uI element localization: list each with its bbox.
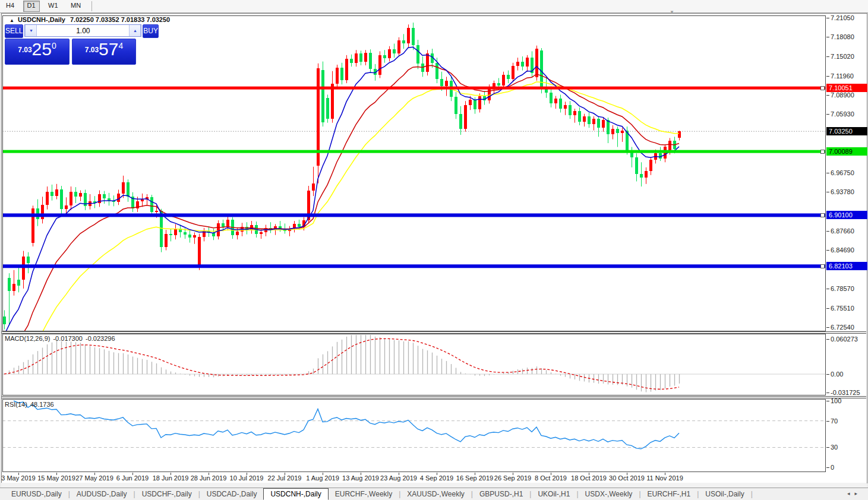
tab-audusd-daily[interactable]: AUDUSD-,Daily <box>70 488 134 499</box>
price-axis-tick-label: 7.05930 <box>831 110 854 118</box>
rsi-axis-tick <box>826 401 829 401</box>
macd-axis-tick <box>826 339 829 340</box>
tab-scroll-left-icon[interactable]: ◂ <box>847 490 855 496</box>
hline-handle[interactable] <box>820 150 825 154</box>
price-axis-tick <box>826 308 829 309</box>
macd-axis-tick-label: 0.00 <box>831 371 843 378</box>
macd-axis-tick-label: -0.031725 <box>831 389 860 396</box>
tab-eurchf-weekly[interactable]: EURCHF-,Weekly <box>329 488 399 499</box>
macd-label: MACD(12,26,9)-0.017300-0.023296 <box>5 335 118 342</box>
price-axis-tick <box>826 114 829 115</box>
rsi-indicator-pane[interactable] <box>2 399 826 472</box>
timeframe-button-h4[interactable]: H4 <box>2 1 18 12</box>
price-axis-tick-label: 7.21050 <box>831 14 854 21</box>
rsi-pane-separator[interactable] <box>2 396 866 398</box>
price-axis-tick-label: 6.84690 <box>831 246 854 254</box>
timeframe-button-w1[interactable]: W1 <box>44 1 62 12</box>
macd-signal-value: -0.023296 <box>86 335 115 342</box>
price-axis-tick-label: 6.78570 <box>831 285 854 292</box>
current-price-badge: 7.03250 <box>826 127 867 135</box>
price-axis-tick <box>826 95 829 96</box>
rsi-axis-tick-label: 0 <box>831 464 834 471</box>
macd-name: MACD(12,26,9) <box>5 335 50 342</box>
price-axis-tick-label: 7.18080 <box>831 33 854 40</box>
toolbar-separator <box>91 1 92 11</box>
price-axis-tick <box>826 250 829 251</box>
timeframe-toolbar: H4 D1 W1 MN <box>0 0 868 13</box>
price-axis-tick-label: 6.72540 <box>831 324 854 331</box>
price-axis-tick <box>826 327 829 328</box>
timeframe-button-d1[interactable]: D1 <box>23 1 40 12</box>
price-axis-tick-label: 7.08900 <box>831 91 854 99</box>
macd-indicator-pane[interactable] <box>2 334 826 395</box>
tab-usdcad-daily[interactable]: USDCAD-,Daily <box>200 488 264 499</box>
rsi-axis-tick-label: 70 <box>831 417 838 425</box>
tab-scroll-arrows: ◂▸ <box>847 490 862 496</box>
hline-price-badge: 7.00089 <box>826 147 867 156</box>
hline-price-badge: 7.10051 <box>826 84 867 92</box>
tab-scroll-right-icon[interactable]: ▸ <box>854 490 862 496</box>
rsi-value: 48.1736 <box>30 401 54 408</box>
macd-axis-tick-label: 0.060273 <box>831 336 858 343</box>
rsi-axis-tick-label: 100 <box>831 397 841 404</box>
hline-price-badge: 6.82103 <box>826 262 867 270</box>
macd-main-value: -0.017300 <box>53 335 83 342</box>
price-axis-tick <box>826 289 829 289</box>
tab-gbpusd-h1[interactable]: GBPUSD-,H1 <box>473 488 529 499</box>
date-axis-label: 11 Nov 2019 <box>638 474 692 482</box>
main-price-chart[interactable] <box>2 15 826 331</box>
macd-axis-tick <box>826 374 829 375</box>
tab-xauusd-weekly[interactable]: XAUUSD-,Weekly <box>400 488 471 499</box>
tab-eurchf-h1[interactable]: EURCHF-,H1 <box>641 488 697 499</box>
tab-eurusd-daily[interactable]: EURUSD-,Daily <box>5 488 68 499</box>
price-axis-tick <box>826 173 829 173</box>
price-axis-tick-label: 6.93780 <box>831 188 854 195</box>
chart-end-marker-icon[interactable]: ▼ <box>670 10 674 15</box>
macd-axis-tick <box>826 393 829 393</box>
timeframe-button-mn[interactable]: MN <box>67 1 85 12</box>
rsi-name: RSI(14) <box>5 401 27 408</box>
rsi-axis-tick <box>826 467 829 468</box>
hline-handle[interactable] <box>820 264 825 268</box>
hline-handle[interactable] <box>820 86 825 90</box>
price-axis-tick-label: 6.96750 <box>831 169 854 176</box>
price-axis-tick <box>826 192 829 192</box>
rsi-axis-tick <box>826 421 829 422</box>
tab-usdx-weekly[interactable]: USDX-,Weekly <box>579 488 639 499</box>
hline-handle[interactable] <box>820 213 825 217</box>
price-axis-tick <box>826 18 829 18</box>
price-axis-tick-label: 6.75510 <box>831 305 854 312</box>
tab-ukoil-h1[interactable]: UKOil-,H1 <box>531 488 576 499</box>
rsi-axis-tick <box>826 447 829 448</box>
price-axis-tick-label: 7.11960 <box>831 72 854 80</box>
hline-price-badge: 6.90100 <box>826 211 867 219</box>
price-axis-tick <box>826 76 829 77</box>
price-axis-tick <box>826 37 829 37</box>
chart-tab-bar: EURUSD-,Daily|AUDUSD-,Daily|USDCHF-,Dail… <box>0 488 868 500</box>
rsi-axis-tick-label: 30 <box>831 444 838 451</box>
tab-usoil-daily[interactable]: USOil-,Daily <box>699 488 750 499</box>
price-axis-tick-label: 7.15020 <box>831 53 854 60</box>
horizontal-scrollbar[interactable] <box>1 483 867 488</box>
tab-usdchf-daily[interactable]: USDCHF-,Daily <box>135 488 198 499</box>
tab-usdcnh-daily[interactable]: USDCNH-,Daily <box>263 488 328 500</box>
price-axis-tick-label: 6.87660 <box>831 227 854 235</box>
trading-terminal: H4 D1 W1 MN ▼ ▲USDCNH-,Daily7.02250 7.03… <box>0 0 868 500</box>
rsi-label: RSI(14)48.1736 <box>5 401 57 408</box>
price-axis-tick <box>826 231 829 232</box>
tab-separator: | <box>751 488 753 498</box>
price-axis-tick <box>826 56 829 57</box>
